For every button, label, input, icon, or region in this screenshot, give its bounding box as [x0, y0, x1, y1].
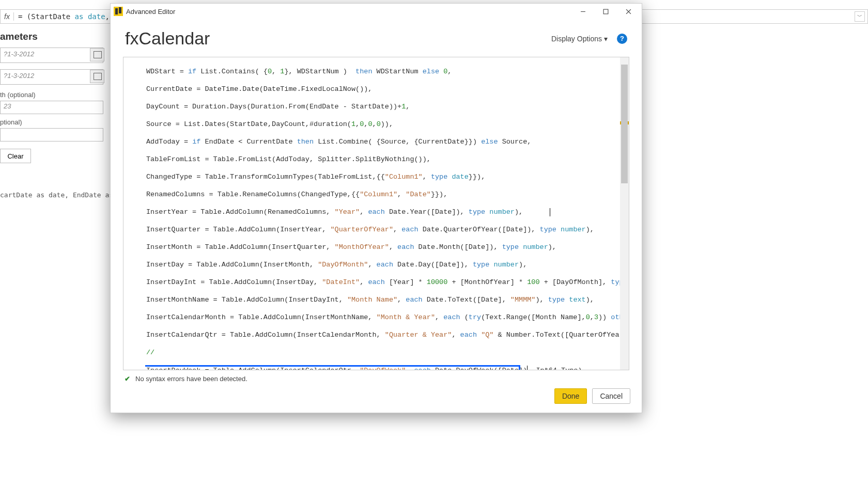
minimize-button[interactable] — [571, 4, 594, 19]
status-text: No syntax errors have been detected. — [135, 375, 247, 383]
optional-input-2[interactable] — [0, 128, 103, 141]
dialog-footer: Done Cancel — [111, 385, 642, 413]
parameters-heading: ameters — [0, 28, 109, 48]
highlighted-line: InsertDayWeek = Table.AddColumn(InsertCa… — [145, 366, 629, 370]
help-button[interactable]: ? — [617, 34, 627, 44]
close-button[interactable] — [617, 4, 640, 19]
syntax-status: ✔ No syntax errors have been detected. — [123, 372, 629, 385]
window-title: Advanced Editor — [126, 8, 571, 15]
titlebar[interactable]: Advanced Editor — [111, 4, 642, 19]
code-editor[interactable]: WDStart = if List.Contains( {0, 1}, WDSt… — [123, 57, 629, 370]
function-signature-text: cartDate as date, EndDate as d — [0, 191, 121, 199]
powerbi-icon — [114, 7, 123, 16]
optional-label-2: ptional) — [0, 118, 109, 126]
done-button[interactable]: Done — [554, 388, 587, 404]
query-name: fxCalendar — [125, 28, 551, 49]
display-options-dropdown[interactable]: Display Options ▾ — [551, 35, 608, 43]
advanced-editor-dialog: Advanced Editor fxCalendar Display Optio… — [110, 3, 642, 413]
enddate-input[interactable]: ?1-3-2012 — [0, 69, 103, 85]
scroll-thumb[interactable] — [621, 65, 628, 183]
line-gutter — [123, 57, 144, 370]
fystart-input[interactable]: 23 — [0, 101, 103, 114]
formula-dropdown-icon[interactable]: ﹀ — [855, 11, 865, 22]
check-icon: ✔ — [123, 374, 131, 383]
optional-label-1: th (optional) — [0, 91, 109, 99]
vertical-scrollbar[interactable] — [620, 57, 629, 370]
calendar-icon[interactable] — [90, 48, 104, 61]
chevron-down-icon: ▾ — [604, 35, 608, 43]
code-content[interactable]: WDStart = if List.Contains( {0, 1}, WDSt… — [145, 57, 629, 370]
dialog-header: fxCalendar Display Options ▾ ? — [111, 19, 642, 53]
clear-button[interactable]: Clear — [0, 149, 31, 163]
startdate-input[interactable]: ?1-3-2012 — [0, 48, 103, 63]
secondary-caret — [550, 208, 550, 216]
cancel-button[interactable]: Cancel — [592, 388, 630, 404]
parameters-panel: ameters ?1-3-2012 ?1-3-2012 th (optional… — [0, 28, 109, 163]
fx-icon: fx — [1, 12, 14, 21]
maximize-button[interactable] — [594, 4, 617, 19]
svg-rect-1 — [603, 9, 608, 14]
calendar-icon[interactable] — [90, 70, 104, 83]
